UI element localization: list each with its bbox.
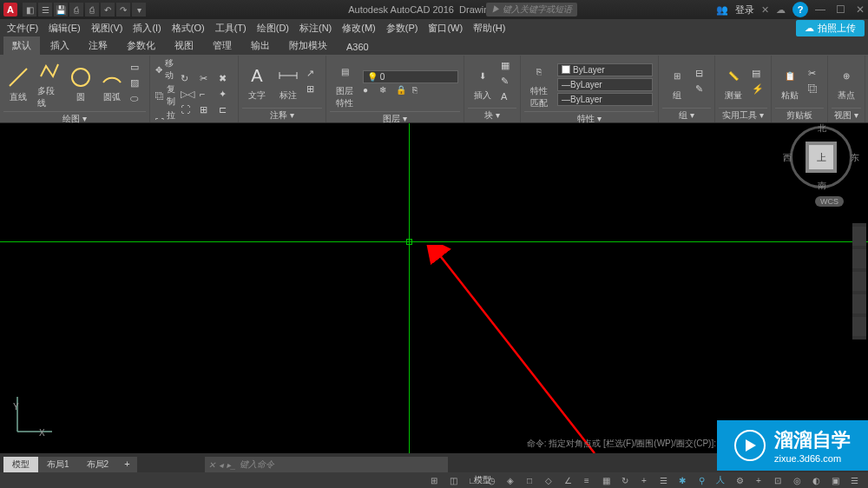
quickprops-icon[interactable]: ☰: [654, 474, 672, 486]
open-icon[interactable]: ☰: [38, 3, 52, 16]
tab-parametric[interactable]: 参数化: [118, 36, 164, 55]
trim-icon[interactable]: ✂: [200, 73, 214, 87]
explode-icon[interactable]: ✦: [219, 89, 233, 102]
units-icon[interactable]: ⊡: [769, 474, 786, 486]
quick-select-icon[interactable]: ⚡: [752, 83, 766, 97]
otrack-toggle-icon[interactable]: ∠: [559, 474, 576, 486]
redo-icon[interactable]: ↷: [116, 3, 130, 16]
arc-button[interactable]: 圆弧: [97, 63, 127, 105]
layer-dropdown[interactable]: 💡 0: [363, 70, 458, 83]
group-button[interactable]: ⊞组: [662, 62, 692, 103]
workspace-icon[interactable]: ⚙: [731, 474, 748, 486]
menu-insert[interactable]: 插入(I): [129, 20, 164, 36]
annotation-visibility-icon[interactable]: ✱: [674, 474, 691, 486]
tab-addins[interactable]: 附加模块: [280, 36, 336, 55]
layout-tab-add[interactable]: +: [117, 457, 136, 472]
cut-icon[interactable]: ✂: [808, 68, 822, 82]
close-button[interactable]: ✕: [856, 3, 865, 16]
dynamic-input-icon[interactable]: +: [635, 474, 653, 486]
layer-lock-icon[interactable]: 🔒: [396, 85, 410, 99]
match-properties-button[interactable]: ⎘特性 匹配: [524, 57, 554, 111]
layout-tab-model[interactable]: 模型: [3, 457, 38, 472]
menu-help[interactable]: 帮助(H): [470, 20, 509, 36]
steering-wheel-icon[interactable]: [852, 227, 866, 246]
lineweight-toggle-icon[interactable]: ≡: [578, 474, 595, 486]
tab-annotate[interactable]: 注释: [80, 36, 116, 55]
menu-window[interactable]: 窗口(W): [424, 20, 466, 36]
maximize-button[interactable]: ☐: [836, 3, 845, 16]
layer-match-icon[interactable]: ⎘: [412, 85, 426, 99]
copy-button[interactable]: ⿻复制: [155, 83, 175, 108]
exchange-icon[interactable]: ✕: [761, 4, 769, 16]
menu-tools[interactable]: 工具(T): [212, 20, 250, 36]
snap-toggle-icon[interactable]: ◫: [444, 474, 462, 486]
panel-title[interactable]: 实用工具 ▾: [719, 108, 767, 122]
statusbar-model-label[interactable]: 模型: [474, 474, 491, 486]
saveas-icon[interactable]: ⎙: [69, 3, 83, 16]
autoscale-icon[interactable]: ⚲: [693, 474, 710, 486]
app-logo[interactable]: A: [3, 3, 17, 16]
menu-modify[interactable]: 修改(M): [339, 20, 379, 36]
menu-edit[interactable]: 编辑(E): [45, 20, 84, 36]
close-icon[interactable]: ✕: [208, 460, 215, 470]
offset-icon[interactable]: ⊏: [219, 104, 233, 118]
line-button[interactable]: 直线: [3, 63, 33, 105]
command-line[interactable]: ✕ ◂ ▸_ 键入命令: [205, 457, 448, 472]
menu-format[interactable]: 格式(O): [168, 20, 208, 36]
layer-freeze-icon[interactable]: ❄: [379, 85, 393, 99]
3dosnap-toggle-icon[interactable]: ◇: [540, 474, 557, 486]
rectangle-icon[interactable]: ▭: [130, 62, 144, 76]
panel-title[interactable]: 视图 ▾: [832, 108, 861, 122]
upload-button[interactable]: ☁ 拍照上传: [796, 20, 865, 36]
lineweight-dropdown[interactable]: — ByLayer: [557, 78, 653, 91]
linetype-dropdown[interactable]: — ByLayer: [557, 93, 653, 106]
layout-tab-layout1[interactable]: 布局1: [38, 457, 78, 472]
paste-button[interactable]: 📋粘贴: [775, 62, 805, 103]
edit-attr-icon[interactable]: A: [501, 91, 515, 105]
tab-a360[interactable]: A360: [338, 39, 378, 55]
tab-view[interactable]: 视图: [166, 36, 202, 55]
drawing-canvas[interactable]: 上 北 南 西 东 WCS Y X 命令: 指定对角点或 [栏选(F)/圈围(W…: [0, 123, 868, 453]
select-all-icon[interactable]: ▤: [752, 68, 766, 82]
rotate-icon[interactable]: ↻: [181, 73, 194, 87]
osnap-toggle-icon[interactable]: □: [521, 474, 538, 486]
dimension-button[interactable]: 标注: [273, 62, 303, 103]
hatch-icon[interactable]: ▨: [130, 77, 144, 91]
login-button[interactable]: 登录: [735, 3, 754, 16]
isodraft-toggle-icon[interactable]: ◈: [502, 474, 519, 486]
plot-icon[interactable]: ⎙: [85, 3, 99, 16]
layer-off-icon[interactable]: ●: [363, 85, 377, 99]
orbit-icon[interactable]: [852, 294, 866, 313]
tab-default[interactable]: 默认: [3, 36, 40, 55]
help-button[interactable]: ?: [792, 2, 808, 17]
menu-draw[interactable]: 绘图(D): [253, 20, 293, 36]
insert-button[interactable]: ⬇插入: [468, 62, 497, 103]
leader-icon[interactable]: ↗: [306, 68, 320, 82]
zoom-extents-icon[interactable]: [852, 272, 866, 291]
ellipse-icon[interactable]: ⬭: [130, 93, 144, 107]
copy-clip-icon[interactable]: ⿻: [808, 83, 822, 97]
layer-properties-button[interactable]: ▤图层 特性: [330, 57, 359, 111]
hardware-accel-icon[interactable]: ◐: [807, 474, 825, 486]
measure-button[interactable]: 📏测量: [719, 62, 748, 103]
qat-more-icon[interactable]: ▾: [132, 3, 146, 16]
viewcube-top-face[interactable]: 上: [809, 145, 833, 169]
a360-icon[interactable]: ☁: [776, 4, 786, 16]
polyline-button[interactable]: 多段线: [35, 57, 64, 111]
edit-block-icon[interactable]: ✎: [501, 76, 515, 89]
scale-icon[interactable]: ⛶: [181, 104, 194, 118]
panel-title[interactable]: 剪贴板: [775, 108, 824, 122]
save-icon[interactable]: 💾: [54, 3, 68, 16]
circle-button[interactable]: 圆: [66, 63, 95, 105]
tab-insert[interactable]: 插入: [42, 36, 78, 55]
grid-toggle-icon[interactable]: ⊞: [425, 474, 443, 486]
infocenter-icon[interactable]: 👥: [716, 4, 728, 16]
search-input[interactable]: ▶ 键入关键字或短语: [486, 3, 577, 16]
recent-icon[interactable]: ◂: [219, 460, 223, 470]
tab-manage[interactable]: 管理: [204, 36, 240, 55]
array-icon[interactable]: ⊞: [200, 104, 214, 118]
showmotion-icon[interactable]: [852, 317, 866, 336]
text-button[interactable]: A文字: [242, 62, 272, 103]
customize-icon[interactable]: ☰: [845, 474, 863, 486]
minimize-button[interactable]: —: [815, 3, 825, 16]
